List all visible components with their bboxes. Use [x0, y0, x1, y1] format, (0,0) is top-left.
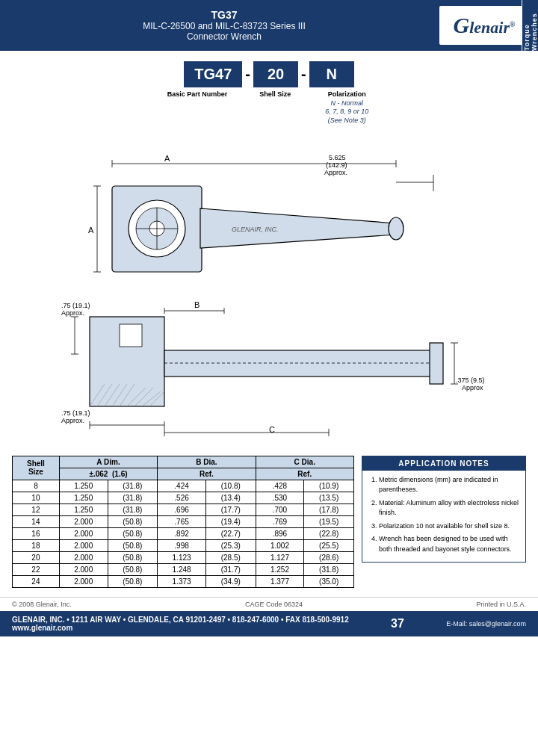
cell-a-val: 2.000	[59, 563, 108, 575]
cell-a-val: 1.250	[59, 504, 108, 515]
svg-rect-29	[120, 324, 142, 347]
pn-basic-label: Basic Part Number	[167, 90, 228, 98]
header-text-block: TG37 MIL-C-26500 and MIL-C-83723 Series …	[9, 9, 439, 42]
cell-a-mm: (50.8)	[108, 551, 158, 563]
cell-shell: 16	[13, 527, 60, 539]
cell-c-val: 1.127	[256, 551, 304, 563]
cell-b-mm: (28.5)	[205, 551, 256, 563]
cell-a-mm: (31.8)	[108, 480, 158, 492]
col-subheader-a: ±.062 (1.6)	[59, 468, 157, 480]
pn-label-shell: Shell Size	[251, 90, 299, 99]
cell-c-val: 1.252	[256, 563, 304, 575]
svg-text:Approx.: Approx.	[324, 169, 347, 176]
cell-b-mm: (22.7)	[205, 527, 256, 539]
cell-a-val: 2.000	[59, 575, 108, 587]
pn-pol-options: 6, 7, 8, 9 or 10	[325, 108, 368, 115]
table-row: 24 2.000 (50.8) 1.373 (34.9) 1.377 (35.0…	[13, 575, 354, 587]
svg-text:B: B	[194, 300, 200, 309]
pn-pol-title: Polarization	[328, 90, 366, 98]
cell-a-mm: (50.8)	[108, 515, 158, 527]
app-note-2: Material: Aluminum alloy with electroles…	[379, 498, 519, 518]
svg-text:Approx.: Approx.	[61, 309, 84, 317]
app-note-1: Metric dimensions (mm) are indicated in …	[379, 475, 519, 495]
top-diagram-svg: A 5.625 (142.9) Approx. A GLENA	[15, 137, 523, 287]
cell-shell: 24	[13, 575, 60, 587]
table-row: 14 2.000 (50.8) .765 (19.4) .769 (19.5)	[13, 515, 354, 527]
cell-c-mm: (13.5)	[304, 492, 354, 504]
table-row: 20 2.000 (50.8) 1.123 (28.5) 1.127 (28.6…	[13, 551, 354, 563]
cell-a-val: 1.250	[59, 480, 108, 492]
app-notes-list: Metric dimensions (mm) are indicated in …	[368, 475, 519, 555]
header-title: TG37	[9, 9, 439, 21]
cell-b-val: .526	[158, 492, 206, 504]
footer-cage: CAGE Code 06324	[245, 601, 303, 608]
cell-c-val: .700	[256, 504, 304, 515]
cell-b-mm: (17.7)	[205, 504, 256, 515]
col-header-b: B Dia.	[158, 456, 256, 468]
cell-c-mm: (19.5)	[304, 515, 354, 527]
bottom-diagram-svg: .75 (19.1) Approx. B	[15, 294, 523, 444]
col-header-c: C Dia.	[256, 456, 353, 468]
part-number-boxes: TG47 - 20 - N	[182, 61, 355, 87]
diagram-section: A 5.625 (142.9) Approx. A GLENA	[0, 130, 538, 451]
cell-c-mm: (17.8)	[304, 504, 354, 515]
table-body: 8 1.250 (31.8) .424 (10.8) .428 (10.9) 1…	[13, 480, 354, 587]
cell-a-val: 2.000	[59, 527, 108, 539]
pn-shell-label: Shell Size	[259, 90, 291, 98]
cell-c-mm: (25.5)	[304, 539, 354, 551]
cell-b-val: .424	[158, 480, 206, 492]
svg-text:5.625: 5.625	[329, 154, 346, 161]
col-subheader-c: Ref.	[256, 468, 353, 480]
page-header: TG37 MIL-C-26500 and MIL-C-83723 Series …	[0, 0, 538, 51]
table-section: ShellSize A Dim. B Dia. C Dia. ±.062 (1.…	[0, 451, 538, 592]
footer-website: www.glenair.com	[12, 624, 349, 632]
cell-b-val: .998	[158, 539, 206, 551]
cell-b-val: 1.123	[158, 551, 206, 563]
cell-shell: 22	[13, 563, 60, 575]
cell-c-mm: (22.8)	[304, 527, 354, 539]
cell-a-val: 1.250	[59, 492, 108, 504]
app-notes-header: APPLICATION NOTES	[362, 456, 525, 471]
svg-text:.75 (19.1): .75 (19.1)	[61, 302, 90, 309]
footer-email: E-Mail: sales@glenair.com	[446, 620, 526, 628]
cell-b-val: .696	[158, 504, 206, 515]
bottom-diagram: .75 (19.1) Approx. B	[15, 294, 523, 444]
cell-b-mm: (31.7)	[205, 563, 256, 575]
svg-text:GLENAIR, INC.: GLENAIR, INC.	[232, 226, 279, 233]
cell-c-mm: (28.6)	[304, 551, 354, 563]
sidebar-label-block: Torque Wrenches	[522, 0, 538, 51]
cell-shell: 8	[13, 480, 60, 492]
pn-shell-box: 20	[253, 61, 298, 87]
footer-page-number: 37	[391, 617, 404, 630]
cell-shell: 12	[13, 504, 60, 515]
pn-basic-box: TG47	[184, 61, 242, 87]
cell-c-val: .530	[256, 492, 304, 504]
pn-label-polarization: Polarization N - Normal 6, 7, 8, 9 or 10…	[323, 90, 371, 126]
cell-b-val: 1.248	[158, 563, 206, 575]
cell-c-mm: (35.0)	[304, 575, 354, 587]
svg-marker-13	[200, 208, 396, 248]
col-header-a: A Dim.	[59, 456, 157, 468]
app-note-4: Wrench has been designed to be used with…	[379, 534, 519, 554]
table-row: 18 2.000 (50.8) .998 (25.3) 1.002 (25.5)	[13, 539, 354, 551]
pn-pol-desc: N - Normal	[331, 99, 364, 107]
svg-rect-41	[430, 343, 443, 384]
cell-b-mm: (10.8)	[205, 480, 256, 492]
cell-c-mm: (31.8)	[304, 563, 354, 575]
cell-b-mm: (13.4)	[205, 492, 256, 504]
header-type: Connector Wrench	[9, 31, 439, 42]
table-row: 10 1.250 (31.8) .526 (13.4) .530 (13.5)	[13, 492, 354, 504]
cell-a-mm: (50.8)	[108, 539, 158, 551]
svg-text:Approx.: Approx.	[61, 417, 84, 424]
cell-b-mm: (25.3)	[205, 539, 256, 551]
cell-c-mm: (10.9)	[304, 480, 354, 492]
table-row: 16 2.000 (50.8) .892 (22.7) .896 (22.8)	[13, 527, 354, 539]
pn-dash: -	[244, 61, 252, 87]
col-header-shell: ShellSize	[13, 456, 60, 480]
footer-copyright: © 2008 Glenair, Inc.	[12, 601, 72, 608]
svg-text:.375 (9.5): .375 (9.5)	[456, 377, 485, 384]
cell-shell: 20	[13, 551, 60, 563]
company-logo: Glenair®	[439, 6, 529, 45]
footer-printed: Printed in U.S.A.	[476, 601, 526, 608]
cell-b-mm: (19.4)	[205, 515, 256, 527]
